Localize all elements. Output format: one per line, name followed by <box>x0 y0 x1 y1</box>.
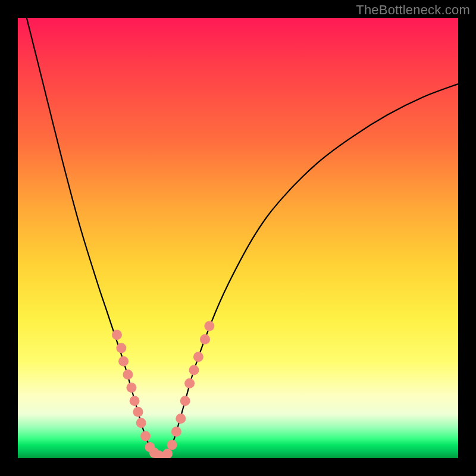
marker-dot <box>140 431 151 441</box>
marker-dot <box>112 330 122 340</box>
marker-dot <box>162 449 173 458</box>
marker-dot <box>189 365 199 375</box>
marker-dot <box>180 396 190 406</box>
highlighted-points <box>112 321 214 459</box>
watermark-text: TheBottleneck.com <box>356 2 470 18</box>
marker-dot <box>184 378 195 389</box>
marker-dot <box>136 418 146 428</box>
marker-dot <box>118 356 129 367</box>
plot-area <box>18 18 458 458</box>
chart-frame: TheBottleneck.com <box>0 0 476 476</box>
marker-dot <box>193 352 203 362</box>
marker-dot <box>200 334 210 345</box>
curves-svg <box>18 18 458 458</box>
marker-dot <box>130 396 140 406</box>
left-curve <box>27 18 163 457</box>
marker-dot <box>133 407 143 417</box>
marker-dot <box>116 343 126 353</box>
right-curve <box>163 84 458 457</box>
marker-dot <box>171 427 181 437</box>
marker-dot <box>204 321 214 331</box>
marker-dot <box>123 369 133 380</box>
marker-dot <box>176 414 186 424</box>
marker-dot <box>126 383 136 393</box>
marker-dot <box>167 440 177 450</box>
